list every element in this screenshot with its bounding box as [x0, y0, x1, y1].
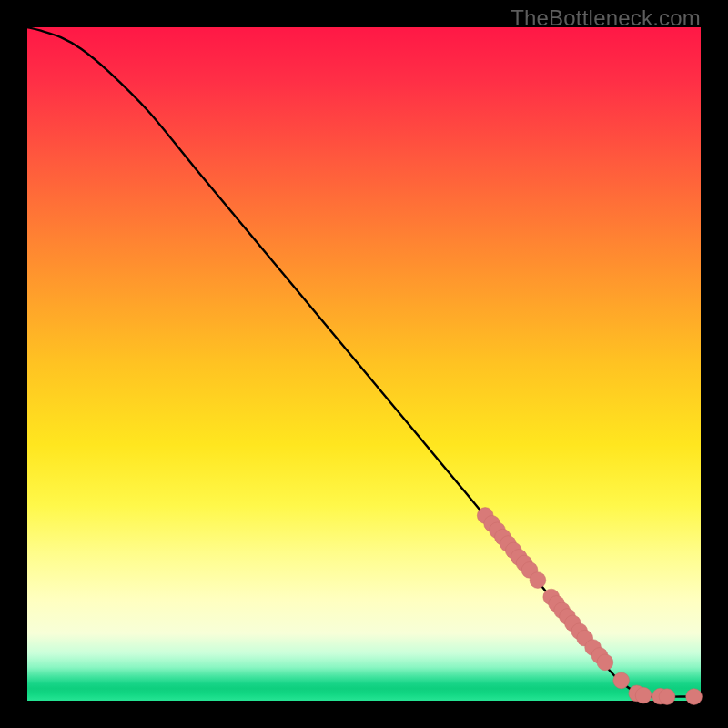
data-points	[477, 508, 702, 705]
watermark-text: TheBottleneck.com	[511, 5, 701, 31]
bottleneck-curve	[27, 27, 701, 697]
data-point	[659, 689, 675, 705]
chart-frame: TheBottleneck.com	[0, 0, 728, 728]
data-point	[597, 654, 613, 671]
data-point	[613, 672, 630, 689]
data-point	[530, 572, 546, 589]
chart-svg	[27, 27, 701, 701]
data-point	[686, 689, 703, 705]
plot-area	[27, 27, 701, 701]
data-point	[635, 687, 652, 703]
